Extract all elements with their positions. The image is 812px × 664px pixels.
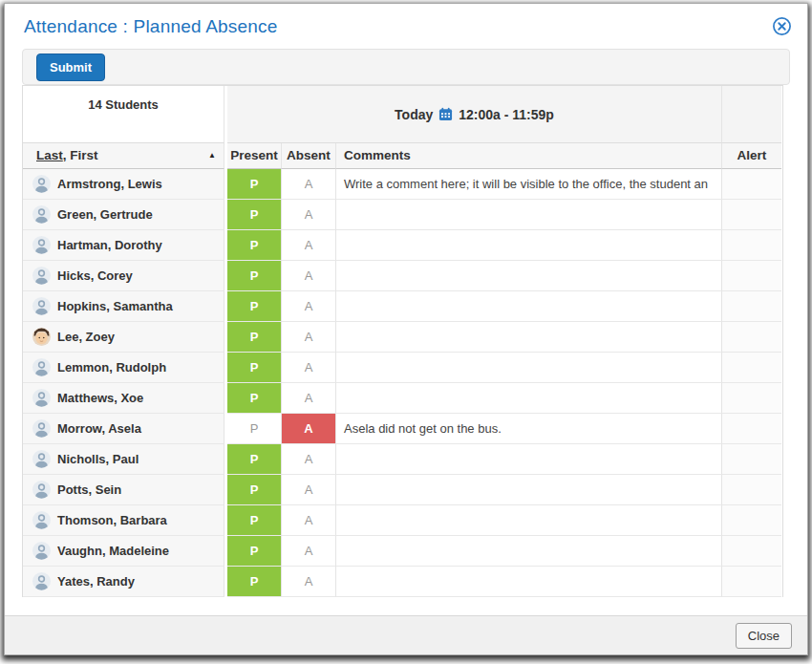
absent-toggle[interactable]: A bbox=[282, 353, 336, 383]
student-name-cell: Hartman, Dorothy bbox=[23, 230, 224, 261]
present-toggle[interactable]: P bbox=[227, 169, 282, 200]
student-name: Green, Gertrude bbox=[57, 207, 153, 222]
absent-toggle[interactable]: A bbox=[282, 261, 336, 291]
present-toggle[interactable]: P bbox=[227, 200, 282, 230]
table-header-top: 14 Students Today bbox=[23, 86, 782, 143]
comment-field[interactable] bbox=[336, 567, 722, 597]
student-row: Hicks, CoreyPA bbox=[23, 261, 782, 291]
absent-toggle[interactable]: A bbox=[282, 169, 336, 200]
alert-cell bbox=[722, 353, 781, 383]
student-row: Lee, ZoeyPA bbox=[23, 322, 782, 353]
student-name-cell: Morrow, Asela bbox=[23, 414, 224, 444]
student-name-cell: Yates, Randy bbox=[23, 567, 224, 597]
present-toggle[interactable]: P bbox=[227, 414, 282, 444]
present-toggle[interactable]: P bbox=[227, 353, 282, 383]
close-icon[interactable] bbox=[772, 16, 792, 36]
comment-field[interactable] bbox=[336, 322, 722, 353]
comment-field[interactable] bbox=[336, 505, 722, 536]
present-toggle[interactable]: P bbox=[227, 322, 282, 353]
comment-field[interactable] bbox=[336, 230, 722, 261]
photo-avatar bbox=[32, 328, 51, 346]
student-row: Hartman, DorothyPA bbox=[23, 230, 782, 261]
student-name: Vaughn, Madeleine bbox=[57, 544, 169, 558]
present-toggle[interactable]: P bbox=[227, 536, 282, 567]
comment-field[interactable] bbox=[336, 444, 722, 475]
absent-toggle[interactable]: A bbox=[282, 567, 336, 597]
student-name-cell: Hicks, Corey bbox=[23, 261, 224, 291]
name-sort-label: Last, First bbox=[36, 143, 98, 168]
generic-avatar-icon bbox=[32, 267, 51, 285]
present-toggle[interactable]: P bbox=[227, 261, 282, 291]
close-button[interactable]: Close bbox=[736, 623, 792, 649]
generic-avatar-icon bbox=[32, 419, 51, 438]
student-row: Hopkins, SamanthaPA bbox=[23, 291, 782, 322]
student-name: Lee, Zoey bbox=[57, 330, 115, 344]
generic-avatar-icon bbox=[32, 511, 51, 529]
attendance-table: 14 Students Today bbox=[22, 85, 783, 597]
attendance-modal: Attendance : Planned Absence Submit 14 S… bbox=[4, 3, 808, 655]
alert-cell bbox=[722, 169, 781, 200]
student-name-cell: Armstrong, Lewis bbox=[23, 169, 224, 200]
comment-field[interactable] bbox=[336, 353, 722, 383]
absent-toggle[interactable]: A bbox=[282, 230, 336, 261]
table-header-columns: Last, First ▲ Present Absent Comments Al… bbox=[23, 143, 782, 169]
absent-toggle[interactable]: A bbox=[282, 475, 336, 505]
alert-cell bbox=[722, 505, 781, 536]
student-name: Matthews, Xoe bbox=[57, 391, 143, 405]
generic-avatar-icon bbox=[32, 358, 51, 376]
comment-field[interactable] bbox=[336, 261, 722, 291]
student-name-cell: Hopkins, Samantha bbox=[23, 291, 224, 322]
student-row: Armstrong, LewisPAWrite a comment here; … bbox=[23, 169, 782, 200]
sort-ascending-icon: ▲ bbox=[208, 143, 216, 168]
alert-cell bbox=[722, 383, 781, 414]
comments-column-header: Comments bbox=[336, 143, 722, 169]
present-toggle[interactable]: P bbox=[227, 383, 282, 414]
present-toggle[interactable]: P bbox=[227, 230, 282, 261]
present-toggle[interactable]: P bbox=[227, 567, 282, 597]
student-count: 14 Students bbox=[23, 86, 224, 143]
student-name: Morrow, Asela bbox=[57, 421, 141, 436]
generic-avatar-icon bbox=[32, 389, 51, 407]
student-name: Nicholls, Paul bbox=[57, 452, 139, 466]
present-toggle[interactable]: P bbox=[227, 444, 282, 475]
absent-toggle[interactable]: A bbox=[282, 536, 336, 567]
student-name: Potts, Sein bbox=[57, 482, 121, 497]
calendar-icon[interactable] bbox=[438, 107, 453, 121]
absent-toggle[interactable]: A bbox=[282, 414, 336, 444]
comment-field[interactable] bbox=[336, 536, 722, 567]
absent-column-header: Absent bbox=[282, 143, 336, 169]
student-name-cell: Vaughn, Madeleine bbox=[23, 536, 224, 567]
comment-field[interactable] bbox=[336, 475, 722, 505]
comment-field[interactable] bbox=[336, 383, 722, 414]
present-toggle[interactable]: P bbox=[227, 475, 282, 505]
generic-avatar-icon bbox=[32, 450, 51, 468]
comment-field[interactable]: Asela did not get on the bus. bbox=[336, 414, 722, 444]
alert-cell bbox=[722, 261, 781, 291]
generic-avatar-icon bbox=[32, 175, 51, 193]
submit-button[interactable]: Submit bbox=[36, 54, 105, 81]
absent-toggle[interactable]: A bbox=[282, 200, 336, 230]
comment-field[interactable] bbox=[336, 291, 722, 322]
alert-cell bbox=[722, 414, 781, 444]
modal-header: Attendance : Planned Absence bbox=[5, 4, 807, 45]
name-sort-header[interactable]: Last, First ▲ bbox=[23, 143, 224, 169]
absent-toggle[interactable]: A bbox=[282, 291, 336, 322]
alert-cell bbox=[722, 567, 781, 597]
present-toggle[interactable]: P bbox=[227, 291, 282, 322]
alert-header-spacer bbox=[722, 86, 781, 143]
present-toggle[interactable]: P bbox=[227, 505, 282, 536]
student-name-cell: Matthews, Xoe bbox=[23, 383, 224, 414]
absent-toggle[interactable]: A bbox=[282, 383, 336, 414]
absent-toggle[interactable]: A bbox=[282, 444, 336, 475]
comment-field[interactable]: Write a comment here; it will be visible… bbox=[336, 169, 722, 200]
toolbar: Submit bbox=[22, 49, 790, 85]
student-name-cell: Lee, Zoey bbox=[23, 322, 224, 353]
student-name: Lemmon, Rudolph bbox=[57, 360, 166, 375]
comment-field[interactable] bbox=[336, 200, 722, 230]
alert-cell bbox=[722, 444, 781, 475]
alert-cell bbox=[722, 200, 781, 230]
student-row: Potts, SeinPA bbox=[23, 475, 782, 505]
generic-avatar-icon bbox=[32, 205, 51, 224]
absent-toggle[interactable]: A bbox=[282, 505, 336, 536]
absent-toggle[interactable]: A bbox=[282, 322, 336, 353]
